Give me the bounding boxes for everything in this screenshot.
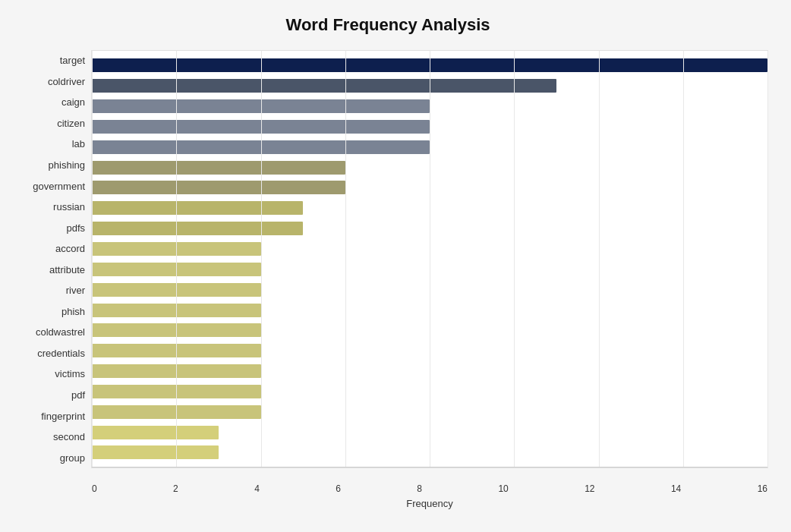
y-label-caign: caign <box>61 102 85 102</box>
bar-caign <box>92 99 430 113</box>
x-tick-6: 6 <box>336 483 341 494</box>
bar-row-caign <box>92 96 767 117</box>
y-label-pdf: pdf <box>71 395 85 395</box>
x-tick-16: 16 <box>758 483 767 494</box>
bar-row-citizen <box>92 117 767 137</box>
y-label-fingerprint: fingerprint <box>41 416 85 417</box>
bar-row-group <box>92 442 767 463</box>
x-tick-0: 0 <box>92 483 97 494</box>
y-label-target: target <box>60 60 85 61</box>
y-label-coldwastrel: coldwastrel <box>36 332 85 332</box>
x-tick-8: 8 <box>417 483 422 494</box>
bar-fingerprint <box>92 405 261 419</box>
bar-target <box>92 58 767 72</box>
bar-second <box>92 426 219 439</box>
bar-row-second <box>92 422 767 442</box>
bar-row-russian <box>92 198 767 219</box>
plot-area: 0246810121416 Frequency <box>91 50 768 468</box>
y-label-group: group <box>60 458 85 458</box>
chart-area: targetcoldrivercaigncitizenlabphishinggo… <box>8 50 768 468</box>
bar-row-phishing <box>92 157 767 178</box>
bar-row-target <box>92 55 767 76</box>
bar-coldwastrel <box>92 323 261 337</box>
chart-title: Word Frequency Analysis <box>8 15 768 35</box>
y-label-attribute: attribute <box>49 269 85 270</box>
bar-row-government <box>92 178 767 198</box>
y-label-pdfs: pdfs <box>66 228 85 228</box>
bar-row-credentials <box>92 341 767 361</box>
bar-attribute <box>92 263 261 276</box>
bar-lab <box>92 140 430 154</box>
bar-row-accord <box>92 239 767 260</box>
bar-coldriver <box>92 79 556 93</box>
bar-citizen <box>92 120 430 134</box>
y-label-lab: lab <box>72 143 85 144</box>
x-tick-14: 14 <box>671 483 681 494</box>
y-label-coldriver: coldriver <box>48 81 85 82</box>
bar-phish <box>92 304 261 317</box>
bar-victims <box>92 364 261 378</box>
bar-row-fingerprint <box>92 401 767 422</box>
bar-row-phish <box>92 300 767 320</box>
y-axis: targetcoldrivercaigncitizenlabphishinggo… <box>8 50 91 468</box>
grid-line-16 <box>767 51 768 467</box>
y-label-government: government <box>33 186 85 187</box>
x-tick-12: 12 <box>585 483 594 494</box>
bar-credentials <box>92 344 261 357</box>
x-tick-10: 10 <box>498 483 508 494</box>
bar-row-pdf <box>92 382 767 402</box>
y-label-credentials: credentials <box>37 353 85 354</box>
bar-accord <box>92 242 261 256</box>
x-axis-label: Frequency <box>92 498 767 509</box>
bar-row-coldriver <box>92 76 767 96</box>
x-tick-2: 2 <box>173 483 178 494</box>
bar-row-pdfs <box>92 219 767 239</box>
x-axis: 0246810121416 <box>92 483 767 494</box>
bar-phishing <box>92 161 345 175</box>
y-label-phishing: phishing <box>49 165 85 165</box>
y-label-victims: victims <box>55 373 85 374</box>
bar-river <box>92 283 261 297</box>
bar-row-victims <box>92 361 767 382</box>
y-label-second: second <box>53 436 85 437</box>
bar-row-attribute <box>92 259 767 279</box>
bar-russian <box>92 201 303 215</box>
bar-row-lab <box>92 137 767 157</box>
bottom-axis-line <box>92 467 767 467</box>
y-label-phish: phish <box>61 311 85 312</box>
bar-group <box>92 445 219 459</box>
chart-container: Word Frequency Analysis targetcoldriverc… <box>0 0 791 532</box>
y-label-russian: russian <box>53 206 85 207</box>
y-label-accord: accord <box>55 248 85 249</box>
bar-pdfs <box>92 222 303 235</box>
y-label-citizen: citizen <box>57 123 85 124</box>
y-label-river: river <box>66 290 85 291</box>
bar-government <box>92 181 345 194</box>
x-tick-4: 4 <box>254 483 260 494</box>
bar-row-coldwastrel <box>92 320 767 341</box>
bar-row-river <box>92 279 767 300</box>
bar-pdf <box>92 385 261 398</box>
